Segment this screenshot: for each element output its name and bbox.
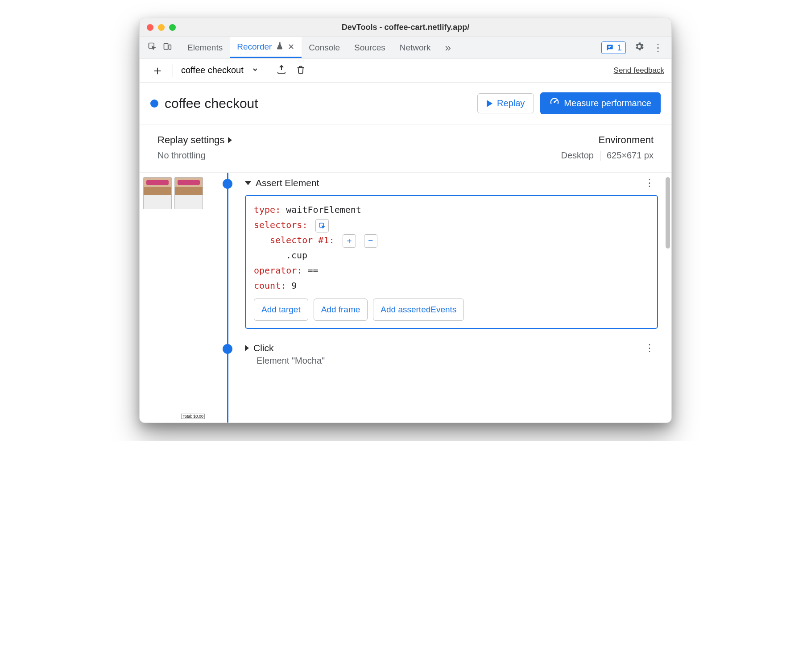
inspect-element-icon[interactable] bbox=[148, 42, 157, 53]
environment-label: Environment bbox=[598, 134, 654, 146]
tab-network-label: Network bbox=[400, 43, 431, 53]
window-controls bbox=[147, 24, 176, 31]
step-title: Click bbox=[253, 343, 274, 353]
close-window-button[interactable] bbox=[147, 24, 153, 31]
device-toolbar-icon[interactable] bbox=[163, 42, 172, 53]
scrollbar[interactable] bbox=[666, 177, 670, 249]
prop-operator-label: operator bbox=[254, 265, 297, 276]
svg-rect-4 bbox=[608, 47, 610, 48]
add-frame-button[interactable]: Add frame bbox=[314, 299, 368, 321]
tab-elements[interactable]: Elements bbox=[180, 37, 230, 58]
svg-rect-1 bbox=[164, 43, 168, 49]
add-target-button[interactable]: Add target bbox=[254, 299, 308, 321]
divider bbox=[173, 64, 173, 77]
environment-dimensions: 625×671 px bbox=[607, 150, 654, 161]
prop-count-value[interactable]: 9 bbox=[291, 280, 297, 291]
maximize-window-button[interactable] bbox=[169, 24, 176, 31]
thumbnail-strip: Total: $0.00 bbox=[140, 173, 207, 423]
prop-count-label: count bbox=[254, 280, 281, 291]
timeline-area: Total: $0.00 Assert Element ⋮ type: wait… bbox=[140, 173, 671, 423]
measure-performance-label: Measure performance bbox=[564, 98, 651, 108]
chevron-down-icon bbox=[245, 181, 251, 185]
devtools-window: DevTools - coffee-cart.netlify.app/ Elem… bbox=[139, 18, 672, 423]
divider bbox=[267, 64, 267, 77]
window-title: DevTools - coffee-cart.netlify.app/ bbox=[140, 23, 671, 32]
step-header[interactable]: Click ⋮ bbox=[245, 342, 658, 354]
step-assert-element: Assert Element ⋮ type: waitForElement se… bbox=[227, 177, 658, 329]
step-header[interactable]: Assert Element ⋮ bbox=[245, 177, 658, 189]
issues-button[interactable]: 1 bbox=[601, 41, 626, 54]
recording-header: coffee checkout Replay Measure performan… bbox=[140, 83, 671, 124]
thumbnail-caption: Total: $0.00 bbox=[181, 414, 205, 419]
chevron-right-icon bbox=[245, 345, 249, 351]
minimize-window-button[interactable] bbox=[158, 24, 165, 31]
tab-sources-label: Sources bbox=[354, 43, 385, 53]
prop-type-value[interactable]: waitForElement bbox=[286, 204, 361, 215]
recording-selector[interactable]: coffee checkout bbox=[178, 63, 262, 77]
environment-device: Desktop bbox=[561, 150, 594, 161]
add-selector-button[interactable]: ＋ bbox=[343, 234, 356, 248]
step-title: Assert Element bbox=[256, 178, 319, 188]
experiment-flask-icon bbox=[275, 41, 284, 53]
devtools-tabs: Elements Recorder ✕ Console Sources Netw… bbox=[140, 37, 671, 58]
measure-performance-button[interactable]: Measure performance bbox=[540, 92, 661, 114]
tab-network[interactable]: Network bbox=[393, 37, 438, 58]
replay-button-label: Replay bbox=[497, 98, 525, 108]
message-icon bbox=[605, 43, 614, 52]
settings-gear-icon[interactable] bbox=[634, 41, 645, 54]
replay-settings-toggle[interactable]: Replay settings bbox=[157, 134, 232, 146]
titlebar: DevTools - coffee-cart.netlify.app/ bbox=[140, 18, 671, 37]
screenshot-thumbnail[interactable] bbox=[143, 177, 172, 209]
step-menu-button[interactable]: ⋮ bbox=[641, 342, 658, 354]
remove-selector-button[interactable]: − bbox=[364, 234, 377, 248]
settings-row: Replay settings No throttling Environmen… bbox=[140, 124, 671, 173]
prop-selector1-label: selector #1 bbox=[270, 235, 329, 245]
more-tabs-button[interactable]: » bbox=[438, 37, 458, 58]
play-icon bbox=[487, 100, 492, 107]
new-recording-button[interactable]: ＋ bbox=[147, 62, 168, 79]
tab-elements-label: Elements bbox=[187, 43, 223, 53]
prop-operator-value[interactable]: == bbox=[307, 265, 318, 276]
recording-title: coffee checkout bbox=[165, 96, 471, 111]
send-feedback-link[interactable]: Send feedback bbox=[614, 66, 664, 75]
status-dot bbox=[150, 100, 158, 108]
chevron-right-icon bbox=[228, 137, 232, 143]
gauge-icon bbox=[550, 97, 559, 109]
delete-button[interactable] bbox=[291, 64, 310, 77]
replay-button[interactable]: Replay bbox=[477, 93, 534, 113]
issues-count: 1 bbox=[617, 43, 622, 53]
add-asserted-events-button[interactable]: Add assertedEvents bbox=[373, 299, 464, 321]
tab-recorder-label: Recorder bbox=[237, 42, 272, 52]
step-timeline: Assert Element ⋮ type: waitForElement se… bbox=[207, 173, 671, 423]
close-tab-button[interactable]: ✕ bbox=[288, 42, 294, 52]
kebab-menu-icon[interactable]: ⋮ bbox=[653, 41, 663, 54]
step-details: type: waitForElement selectors: selector… bbox=[245, 195, 658, 329]
tab-recorder[interactable]: Recorder ✕ bbox=[230, 37, 302, 58]
tab-console[interactable]: Console bbox=[302, 37, 347, 58]
chevron-down-icon bbox=[252, 65, 259, 75]
prop-selectors-label: selectors bbox=[254, 220, 302, 230]
divider bbox=[600, 151, 600, 161]
throttling-value: No throttling bbox=[157, 150, 232, 161]
svg-rect-2 bbox=[169, 45, 171, 50]
select-element-button[interactable] bbox=[315, 219, 329, 232]
step-dot bbox=[223, 344, 232, 354]
step-click: Click ⋮ Element "Mocha" bbox=[227, 342, 658, 366]
recorder-toolbar: ＋ coffee checkout Send feedback bbox=[140, 58, 671, 83]
step-subtitle: Element "Mocha" bbox=[245, 356, 658, 366]
screenshot-thumbnail[interactable] bbox=[174, 177, 203, 209]
recording-selector-label: coffee checkout bbox=[181, 65, 244, 75]
prop-selector1-value[interactable]: .cup bbox=[286, 250, 307, 261]
export-button[interactable] bbox=[272, 64, 291, 77]
tab-console-label: Console bbox=[309, 43, 340, 53]
step-dot bbox=[223, 179, 232, 189]
tab-sources[interactable]: Sources bbox=[347, 37, 393, 58]
svg-rect-3 bbox=[608, 46, 612, 47]
step-menu-button[interactable]: ⋮ bbox=[641, 177, 658, 189]
prop-type-label: type bbox=[254, 204, 275, 215]
replay-settings-label: Replay settings bbox=[157, 134, 224, 146]
